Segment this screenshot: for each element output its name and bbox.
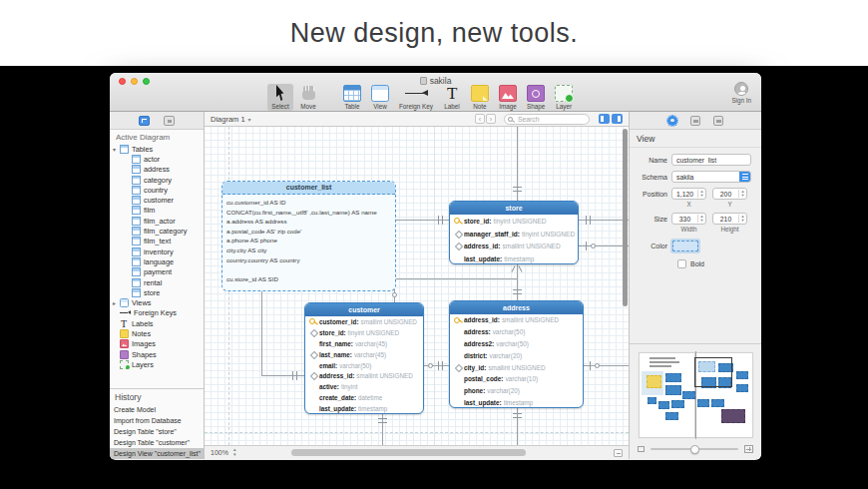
- layers-tab-icon[interactable]: [164, 116, 175, 126]
- table-address[interactable]: address address_id: smallint UNSIGNED: [449, 300, 584, 408]
- zoom-slider-knob[interactable]: [690, 445, 699, 454]
- zoom-in-icon[interactable]: [744, 445, 753, 453]
- disclosure-arrow[interactable]: ▾: [113, 146, 120, 153]
- search-input[interactable]: [504, 114, 590, 125]
- tree-item[interactable]: Labels: [110, 318, 204, 328]
- toolbar-tool[interactable]: Note: [467, 84, 493, 111]
- chevron-down-icon[interactable]: ▾: [248, 116, 251, 123]
- toggle-left-panel-icon[interactable]: [599, 114, 610, 124]
- tree-item[interactable]: rental: [110, 277, 204, 287]
- model-tab-icon[interactable]: [139, 116, 150, 126]
- tree-item[interactable]: customer: [110, 195, 204, 205]
- info-tab-icon[interactable]: [713, 116, 723, 126]
- sign-in-button[interactable]: Sign In: [731, 82, 751, 104]
- canvas-column: Diagram 1 ▾ ‹ ›: [205, 112, 629, 459]
- field-type: tinyint UNSIGNED: [493, 218, 546, 225]
- toolbar-tool[interactable]: Select: [267, 84, 293, 111]
- width-stepper[interactable]: 330 ▲▼: [671, 213, 706, 225]
- tree-item[interactable]: Images: [110, 339, 204, 349]
- tree-item[interactable]: ▸ Views: [110, 297, 204, 307]
- tree-item[interactable]: ▾ Tables: [110, 144, 204, 154]
- position-x-stepper[interactable]: 1,120 ▲▼: [671, 188, 706, 200]
- toolbar-tool[interactable]: Shape: [523, 84, 549, 111]
- note-tab-icon[interactable]: [690, 116, 700, 126]
- bold-option[interactable]: Bold: [677, 259, 755, 268]
- tree-item[interactable]: inventory: [110, 246, 204, 256]
- tree-item[interactable]: actor: [110, 154, 204, 164]
- tagline: New design, new tools.: [290, 18, 579, 49]
- color-swatch[interactable]: [672, 241, 698, 251]
- position-y-stepper[interactable]: 200 ▲▼: [712, 188, 747, 200]
- scrollbar-thumb[interactable]: [291, 449, 526, 456]
- toolbar-tool[interactable]: Move: [295, 84, 321, 111]
- tree-item[interactable]: Foreign Keys: [110, 308, 204, 318]
- tree-item[interactable]: category: [110, 175, 204, 185]
- stepper-arrows-icon[interactable]: ▲▼: [697, 190, 705, 198]
- table-title: store: [450, 202, 578, 215]
- table-fields: address_id: smallint UNSIGNED address: v…: [450, 314, 583, 408]
- diagram-minimap[interactable]: [638, 351, 754, 439]
- history-item[interactable]: Design View "customer_list": [110, 448, 204, 459]
- history-item[interactable]: Design Table "customer": [110, 437, 204, 448]
- tree-item[interactable]: address: [110, 165, 204, 175]
- tree-item[interactable]: Shapes: [110, 349, 204, 359]
- sidebar-tabs: [110, 112, 204, 130]
- zoom-level[interactable]: 100%: [211, 449, 228, 456]
- tree-item[interactable]: language: [110, 256, 204, 266]
- history-item[interactable]: Design Table "store": [110, 426, 204, 437]
- tool-label: View: [373, 103, 387, 110]
- vertical-scrollbar[interactable]: [623, 129, 628, 443]
- hand-icon: [299, 85, 317, 102]
- gear-icon[interactable]: [667, 116, 677, 126]
- zoom-stepper[interactable]: ▲▼: [232, 448, 236, 457]
- toggle-right-panel-icon[interactable]: [612, 114, 623, 124]
- diagram-title[interactable]: Diagram 1: [211, 115, 245, 124]
- toolbar-tool[interactable]: View: [367, 84, 393, 111]
- tree-item[interactable]: Notes: [110, 328, 204, 338]
- stepper-arrows-icon[interactable]: ▲▼: [697, 215, 705, 223]
- tree-item[interactable]: film: [110, 206, 204, 216]
- toolbar-tool[interactable]: Layer: [551, 84, 577, 111]
- toolbar-tool[interactable]: Label: [439, 84, 465, 111]
- history-item[interactable]: Import from Database: [110, 415, 204, 426]
- field-name: address_id:: [464, 316, 500, 323]
- zoom-out-icon[interactable]: [638, 446, 645, 452]
- tree-item[interactable]: film_category: [110, 226, 204, 236]
- table-customer[interactable]: customer customer_id: smallint UNSIGNED: [304, 302, 424, 414]
- table-store[interactable]: store store_id: tinyint UNSIGNED: [449, 201, 579, 264]
- stepper-arrows-icon[interactable]: ▲▼: [738, 215, 746, 223]
- height-stepper[interactable]: 210 ▲▼: [712, 213, 747, 225]
- tree-item[interactable]: payment: [110, 267, 204, 277]
- scrollbar-thumb[interactable]: [623, 129, 628, 306]
- horizontal-scrollbar[interactable]: [246, 449, 610, 456]
- zoom-slider[interactable]: [651, 448, 738, 450]
- prev-diagram-button[interactable]: ‹: [475, 114, 485, 124]
- toolbar-tool[interactable]: Foreign Key: [395, 84, 437, 111]
- toolbar-tool[interactable]: Table: [339, 84, 365, 111]
- tree-item[interactable]: film_text: [110, 237, 204, 246]
- diagram-canvas[interactable]: customer_list cu.customer_id AS ID CONCA…: [205, 127, 629, 445]
- history-item[interactable]: Create Model: [110, 404, 204, 415]
- bold-checkbox[interactable]: [677, 259, 686, 268]
- name-field[interactable]: [671, 154, 751, 166]
- tree-item[interactable]: country: [110, 185, 204, 195]
- field-name: address2:: [464, 340, 494, 347]
- field-type: varchar(50): [496, 340, 529, 347]
- tree-item[interactable]: store: [110, 287, 204, 297]
- schema-dropdown-icon[interactable]: [739, 171, 750, 183]
- table-field: last_name: varchar(45): [305, 349, 423, 360]
- collapse-icon[interactable]: [614, 449, 623, 457]
- tree-item[interactable]: Layers: [110, 359, 204, 369]
- next-diagram-button[interactable]: ›: [486, 114, 496, 124]
- shape-icon: [527, 85, 545, 102]
- field-type: varchar(50): [339, 362, 371, 369]
- tree-item-label: Foreign Keys: [134, 308, 177, 317]
- toolbar-tool[interactable]: Image: [495, 84, 521, 111]
- tree-item[interactable]: film_actor: [110, 216, 204, 226]
- disclosure-arrow[interactable]: ▸: [113, 299, 120, 306]
- view-customer-list[interactable]: customer_list cu.customer_id AS ID CONCA…: [221, 181, 396, 291]
- minimap-viewport[interactable]: [694, 357, 732, 387]
- schema-select[interactable]: sakila: [671, 171, 751, 183]
- stepper-arrows-icon[interactable]: ▲▼: [738, 190, 746, 198]
- width-label: Width: [680, 226, 696, 233]
